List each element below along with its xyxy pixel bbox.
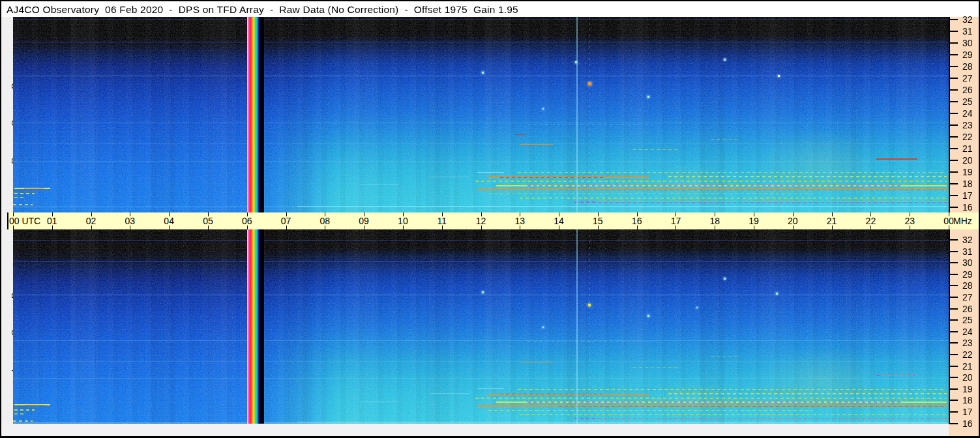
hour-label: 23 — [904, 216, 915, 226]
radio-burst-dot — [647, 315, 649, 317]
vertical-event-line — [576, 17, 578, 212]
interference-streak — [633, 149, 680, 150]
spectral-line — [13, 295, 949, 295]
interference-streak — [488, 410, 812, 411]
radio-burst-dot — [647, 96, 649, 98]
freq-label: 18 — [962, 395, 973, 405]
freq-label: 30 — [962, 257, 973, 268]
hour-label: 03 — [125, 216, 136, 226]
interference-streak — [13, 420, 33, 422]
interference-streak — [559, 190, 945, 190]
spectral-line — [13, 240, 949, 241]
freq-tick — [949, 78, 958, 79]
interference-streak — [477, 172, 505, 173]
interference-streak — [668, 393, 947, 394]
interference-streak — [14, 409, 35, 411]
hour-label: 18 — [709, 216, 720, 226]
freq-label: 29 — [962, 269, 973, 280]
radio-burst-dot — [482, 291, 484, 293]
radio-burst-dot — [776, 293, 778, 295]
interference-streak — [297, 206, 947, 207]
spectral-line — [13, 76, 949, 76]
interference-streak — [24, 405, 44, 405]
radio-burst-dot — [696, 307, 698, 308]
hour-label: 17 — [671, 216, 681, 226]
freq-tick — [949, 136, 958, 138]
interference-streak — [360, 184, 399, 185]
title-bar: AJ4CO Observatory 06 Feb 2020 - DPS on T… — [1, 1, 979, 17]
freq-tick — [949, 400, 958, 401]
hour-label: 10 — [398, 216, 408, 226]
freq-label: 31 — [962, 246, 973, 257]
interference-streak — [14, 193, 35, 194]
freq-label: 21 — [962, 361, 973, 372]
blank-gap — [259, 229, 264, 424]
freq-label: 17 — [962, 190, 973, 201]
lcp-spectrogram — [13, 229, 949, 424]
freq-tick — [949, 19, 958, 20]
freq-label: 18 — [962, 179, 973, 189]
freq-label: 32 — [962, 14, 973, 25]
freq-tick — [949, 113, 958, 114]
freq-label: 16 — [962, 418, 973, 429]
interference-streak — [13, 204, 33, 205]
freq-label: 22 — [962, 349, 973, 360]
hour-label: 04 — [164, 216, 174, 226]
dps-chart-frame: AJ4CO Observatory 06 Feb 2020 - DPS on T… — [0, 0, 980, 438]
freq-label: 22 — [962, 132, 973, 142]
hour-label: 14 — [554, 216, 564, 226]
hour-label: 12 — [476, 216, 486, 226]
freq-label: 28 — [962, 280, 973, 291]
hour-label: 05 — [203, 216, 213, 226]
freq-label: 27 — [962, 73, 973, 83]
freq-label: 25 — [962, 96, 973, 107]
freq-tick — [949, 377, 958, 378]
freq-tick — [949, 262, 958, 263]
freq-label: 23 — [962, 338, 973, 348]
freq-label: 19 — [962, 384, 973, 394]
interference-streak — [527, 402, 902, 403]
interference-streak — [14, 413, 26, 415]
interference-streak — [520, 144, 553, 145]
freq-label: 23 — [962, 120, 973, 130]
hour-label: 11 — [437, 216, 447, 226]
interference-streak — [711, 139, 738, 139]
freq-tick — [949, 239, 958, 241]
rcp-spectrogram — [13, 17, 949, 212]
hour-label: 13 — [514, 216, 525, 226]
hour-label: 02 — [86, 216, 97, 226]
freq-tick — [949, 160, 958, 161]
freq-label: 29 — [962, 50, 973, 60]
calibration-stripe — [247, 17, 260, 212]
freq-tick — [949, 285, 958, 286]
interference-streak — [598, 418, 947, 418]
page-title: AJ4CO Observatory 06 Feb 2020 - DPS on T… — [7, 4, 518, 16]
freq-tick — [949, 195, 958, 196]
hour-label: 08 — [320, 216, 331, 226]
interference-streak — [24, 188, 44, 189]
spectral-line — [13, 20, 949, 20]
freq-tick — [949, 66, 958, 67]
hour-label: 00 UTC — [9, 216, 40, 226]
freq-tick — [949, 319, 958, 321]
freq-tick — [949, 207, 958, 208]
calibration-stripe — [247, 229, 260, 424]
freq-label: 21 — [962, 143, 973, 154]
spectral-line — [13, 42, 949, 42]
interference-streak — [516, 134, 526, 135]
interference-streak — [475, 398, 947, 399]
freq-tick — [949, 101, 958, 102]
freq-tick — [949, 411, 958, 413]
freq-tick — [949, 42, 958, 44]
mhz-unit-label: MHz — [953, 216, 972, 226]
radio-burst-dot — [724, 59, 726, 61]
bottom-margin — [1, 424, 949, 436]
interference-streak — [360, 402, 399, 402]
freq-label: 26 — [962, 304, 973, 314]
freq-label: 31 — [962, 26, 973, 36]
interference-streak — [668, 176, 947, 177]
interference-streak — [475, 181, 947, 182]
interference-streak — [598, 201, 947, 202]
freq-tick — [949, 354, 958, 355]
interference-streak — [633, 367, 680, 368]
